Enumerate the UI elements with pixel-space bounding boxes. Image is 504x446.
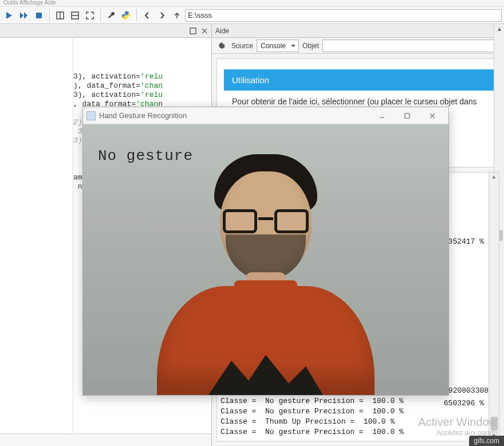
objet-label: Objet bbox=[302, 42, 319, 50]
source-combo[interactable]: Console bbox=[257, 40, 299, 52]
svg-point-8 bbox=[124, 12, 125, 13]
layout2-icon[interactable] bbox=[68, 9, 82, 22]
hgr-window[interactable]: Hand Gesture Recognition No gesture bbox=[82, 107, 449, 396]
editor-gutter bbox=[0, 38, 73, 433]
help-toolbar: Source Console Objet bbox=[212, 38, 504, 54]
help-tab-label: Aide bbox=[215, 27, 229, 35]
watermark-title: Activer Window bbox=[418, 416, 497, 429]
console-fragment-1: 9352417 % bbox=[444, 237, 484, 247]
maximize-icon[interactable] bbox=[395, 108, 420, 124]
undock-icon[interactable] bbox=[188, 26, 198, 36]
up-icon[interactable] bbox=[170, 9, 184, 22]
stop-icon[interactable] bbox=[32, 9, 46, 22]
fast-forward-icon[interactable] bbox=[17, 9, 31, 22]
help-card-title: Utilisation bbox=[224, 69, 494, 91]
hgr-title-text: Hand Gesture Recognition bbox=[99, 111, 187, 120]
editor-tabbar bbox=[0, 24, 211, 38]
app-icon bbox=[86, 111, 96, 120]
separator bbox=[100, 9, 101, 22]
gifs-badge: gifs.com bbox=[469, 436, 504, 446]
svg-rect-11 bbox=[190, 28, 196, 34]
main-toolbar bbox=[0, 7, 504, 24]
scroll-up-icon[interactable]: ▴ bbox=[489, 173, 499, 182]
back-icon[interactable] bbox=[140, 9, 154, 22]
editor-status-bar bbox=[0, 433, 211, 446]
minimize-icon[interactable] bbox=[369, 108, 395, 124]
separator bbox=[136, 9, 137, 22]
run-icon[interactable] bbox=[2, 9, 16, 22]
windows-activation-watermark: Activer Window Accédez aux param bbox=[418, 416, 497, 437]
objet-input[interactable] bbox=[322, 40, 501, 52]
maximize-icon[interactable] bbox=[83, 9, 97, 22]
source-combo-value: Console bbox=[261, 42, 286, 50]
person-illustration bbox=[140, 212, 392, 395]
svg-marker-1 bbox=[20, 12, 23, 19]
svg-rect-15 bbox=[405, 114, 410, 118]
separator bbox=[49, 9, 50, 22]
address-input[interactable] bbox=[185, 9, 502, 22]
wrench-icon[interactable] bbox=[104, 9, 118, 22]
gear-icon[interactable] bbox=[215, 40, 228, 52]
hgr-titlebar[interactable]: Hand Gesture Recognition bbox=[83, 107, 448, 124]
close-icon[interactable] bbox=[200, 26, 209, 36]
svg-marker-0 bbox=[6, 12, 12, 19]
gesture-overlay-text: No gesture bbox=[98, 147, 193, 165]
close-icon[interactable] bbox=[420, 108, 445, 124]
svg-point-9 bbox=[127, 18, 128, 19]
forward-icon[interactable] bbox=[155, 9, 169, 22]
help-tab[interactable]: Aide bbox=[212, 24, 504, 38]
layout1-icon[interactable] bbox=[53, 9, 67, 22]
menubar-stub: Outils Affichage Aide bbox=[0, 0, 504, 7]
svg-marker-2 bbox=[24, 12, 27, 19]
svg-marker-18 bbox=[208, 355, 323, 395]
source-label: Source bbox=[231, 42, 253, 50]
python-icon[interactable] bbox=[119, 9, 133, 22]
hgr-video-frame: No gesture bbox=[83, 124, 448, 395]
console-scrollbar[interactable]: ▴ ▾ bbox=[489, 173, 499, 441]
svg-rect-3 bbox=[36, 13, 42, 18]
